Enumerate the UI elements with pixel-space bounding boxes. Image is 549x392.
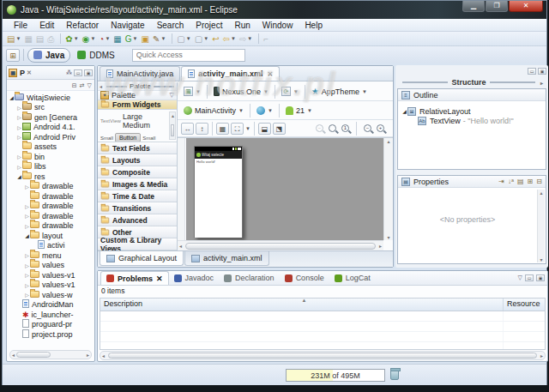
java-search-icon[interactable]: ✎▼ xyxy=(152,33,166,45)
preview-textview[interactable]: Hello world! xyxy=(196,160,215,163)
tree-expand-icon[interactable]: ▷ xyxy=(24,262,30,268)
design-canvas[interactable]: Witaj swiecie Hello world! xyxy=(186,138,383,240)
dropdown-arrow-icon[interactable]: ▼ xyxy=(160,36,166,41)
outline-node[interactable]: ◢⊞RelativeLayout xyxy=(401,106,544,117)
tree-item[interactable]: ◢WitajSwiecie xyxy=(9,93,94,103)
palette-category-text-fields[interactable]: Text Fields xyxy=(98,142,177,154)
tree-item[interactable]: ▷values xyxy=(9,261,94,271)
maximize-view-icon[interactable]: ▣ xyxy=(538,68,546,75)
scrollbar-thumb[interactable] xyxy=(16,352,51,358)
dropdown-arrow-icon[interactable]: ▼ xyxy=(15,36,21,41)
palette-category-custom-library-views[interactable]: Custom & Library Views xyxy=(98,238,177,250)
api-level-chooser[interactable]: 21▼ xyxy=(283,103,315,118)
prev-annotation-icon[interactable]: ▢▼ xyxy=(194,33,209,45)
tree-item[interactable]: project.prop xyxy=(9,329,94,340)
explorer-hscrollbar[interactable]: ◂ ▸ xyxy=(9,350,92,359)
menu-search[interactable]: Search xyxy=(151,21,190,30)
tree-collapse-icon[interactable]: ◢ xyxy=(401,108,407,114)
back-icon[interactable]: ⇦▼ xyxy=(222,33,237,45)
dropdown-arrow-icon[interactable]: ▼ xyxy=(203,36,208,41)
tree-expand-icon[interactable]: ▷ xyxy=(16,164,22,170)
tree-item[interactable]: ▷Android 4.1. xyxy=(9,123,94,133)
heap-status[interactable]: 231M of 495M xyxy=(286,369,385,382)
zoom-minus-icon[interactable]: − xyxy=(364,124,371,132)
snap-button[interactable]: ⛶ xyxy=(231,123,244,135)
widget-button[interactable]: Button xyxy=(115,133,141,142)
dropdown-arrow-icon[interactable]: ▼ xyxy=(105,36,110,41)
collapse-all-icon[interactable]: ⊟ xyxy=(536,178,542,185)
tree-item[interactable]: ▷drawable xyxy=(9,211,94,221)
palette-category-time-date[interactable]: Time & Date xyxy=(98,190,177,202)
tree-expand-icon[interactable]: ▷ xyxy=(24,292,30,298)
scroll-right-icon[interactable]: ▸ xyxy=(377,243,383,249)
problems-hscrollbar[interactable]: ◂ ▸ xyxy=(100,351,546,360)
column-header-description[interactable]: Description▲ xyxy=(100,299,504,311)
scroll-down-icon[interactable]: ▾ xyxy=(384,234,393,240)
palette-category-images-media[interactable]: Images & Media xyxy=(98,178,177,190)
collapse-palette-icon[interactable]: ◂ xyxy=(98,83,104,89)
menu-refactor[interactable]: Refactor xyxy=(60,21,105,30)
scroll-up-icon[interactable]: ▴ xyxy=(538,190,545,196)
collapse-all-icon[interactable]: ⊟ xyxy=(72,81,77,89)
menu-navigate[interactable]: Navigate xyxy=(105,21,150,30)
scroll-left-icon[interactable]: ◂ xyxy=(10,352,16,358)
minimize-view-icon[interactable]: ▭ xyxy=(528,68,536,75)
scroll-left-icon[interactable]: ◂ xyxy=(178,243,184,249)
properties-scrollbar[interactable]: ▴ ▾ xyxy=(537,190,545,262)
tree-item[interactable]: ▷values-v1 xyxy=(9,270,94,280)
device-chooser[interactable]: Nexus One▼ xyxy=(211,84,271,100)
package-explorer-tab[interactable]: ▦ P ✕ xyxy=(9,69,32,77)
close-tab-icon[interactable]: ✕ xyxy=(267,70,273,78)
dropdown-arrow-icon[interactable]: ▼ xyxy=(231,36,236,41)
canvas-hscrollbar[interactable]: ◂ ▸ xyxy=(178,240,383,250)
tree-expand-icon[interactable]: ▷ xyxy=(16,105,22,111)
tab-javadoc[interactable]: Javadoc xyxy=(169,271,220,285)
tree-collapse-icon[interactable]: ◢ xyxy=(24,232,30,238)
tab-declaration[interactable]: Declaration xyxy=(219,271,280,285)
tree-collapse-icon[interactable]: ◢ xyxy=(9,94,15,100)
palette-scrollbar[interactable]: ▴ xyxy=(169,112,176,140)
editor-tab-MainActivity-java[interactable]: MainActivity.java xyxy=(100,66,180,81)
tree-item[interactable]: ▷gen [Genera xyxy=(9,112,94,123)
tree-item[interactable]: ▷values-v1 xyxy=(9,280,94,291)
zoom-out-fit-icon[interactable]: − xyxy=(316,124,323,132)
debug-icon[interactable]: ✿▼ xyxy=(64,33,79,45)
minimize-view-icon[interactable]: ▭ xyxy=(525,274,534,281)
editor-mode-tab-graphical-layout[interactable]: Graphical Layout xyxy=(100,251,184,266)
tree-item[interactable]: ▷Android Priv xyxy=(9,132,94,142)
palette-sash[interactable]: ◂ Palette xyxy=(98,82,177,91)
tree-item[interactable]: drawable xyxy=(9,191,94,202)
expand-all-icon[interactable]: ⊞ xyxy=(528,178,534,185)
zoom-100-icon[interactable]: 1 xyxy=(341,124,349,132)
zoom-real-size-button[interactable]: ⬔ xyxy=(273,123,286,135)
maximize-button[interactable]: ❐ xyxy=(486,1,508,12)
palette-category-transitions[interactable]: Transitions xyxy=(98,202,177,214)
activity-chooser[interactable]: MainActivity▼ xyxy=(181,103,246,118)
tree-item[interactable]: proguard-pr xyxy=(9,320,94,330)
tree-expand-icon[interactable]: ▷ xyxy=(24,223,30,229)
tree-item[interactable]: ▷libs xyxy=(9,162,94,172)
dropdown-arrow-icon[interactable]: ▼ xyxy=(133,36,138,41)
pin-icon[interactable]: ⇥ xyxy=(498,178,504,185)
tree-item[interactable]: activi xyxy=(9,241,94,251)
coverage-icon[interactable]: ◔▼ xyxy=(98,33,111,45)
widget-small-2[interactable]: Small xyxy=(142,136,155,141)
tree-expand-icon[interactable]: ▷ xyxy=(24,252,30,258)
locale-chooser[interactable]: ▼ xyxy=(254,103,275,118)
tree-item[interactable]: ◢res xyxy=(9,172,94,182)
quick-access-input[interactable] xyxy=(132,49,245,62)
android-sdk-manager-icon[interactable]: ▦ xyxy=(112,33,122,45)
tree-expand-icon[interactable]: ▷ xyxy=(24,203,30,209)
outline-node[interactable]: AbTextView- "Hello world!" xyxy=(401,117,544,127)
fill-height-button[interactable]: ↕ xyxy=(196,123,208,135)
tree-expand-icon[interactable]: ▷ xyxy=(16,124,22,130)
tree-collapse-icon[interactable]: ◢ xyxy=(16,173,22,179)
tree-item[interactable]: ▷drawable xyxy=(9,221,94,232)
widget-textview-large[interactable]: Large Medium xyxy=(123,112,168,130)
column-header-resource[interactable]: Resource xyxy=(504,299,546,311)
view-menu-icon[interactable]: ▽ xyxy=(518,274,522,281)
tab-logcat[interactable]: LogCat xyxy=(329,271,376,285)
close-tab-icon[interactable]: ✕ xyxy=(156,274,163,283)
scrollbar-thumb[interactable] xyxy=(185,243,376,250)
zoom-plus-icon[interactable]: + xyxy=(377,124,384,132)
